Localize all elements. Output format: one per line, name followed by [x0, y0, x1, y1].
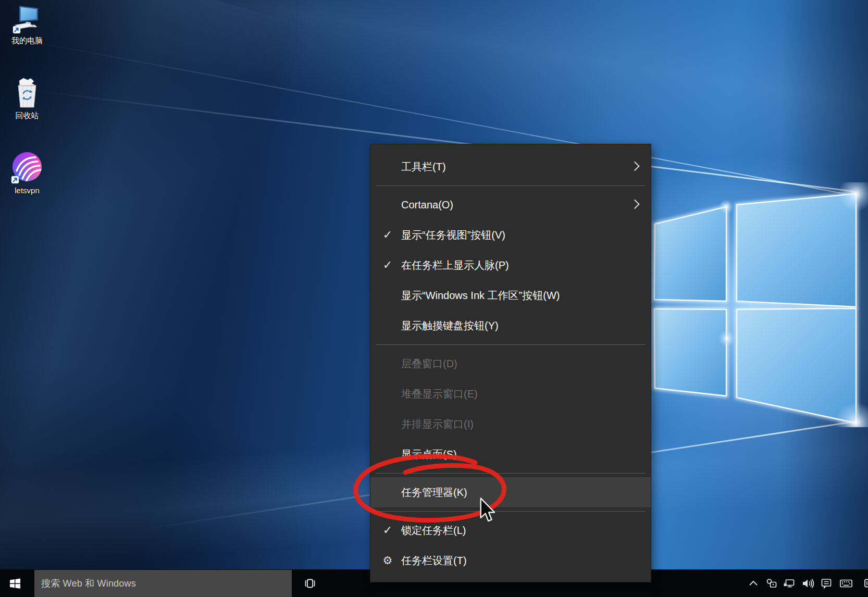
network-icon [783, 577, 796, 590]
menu-item-cascade-windows[interactable]: 层叠窗口(D) [370, 349, 651, 379]
menu-separator [376, 185, 646, 186]
start-button[interactable] [0, 569, 30, 597]
menu-item-label: 显示“任务视图”按钮(V) [401, 228, 505, 242]
touch-keyboard-icon [839, 577, 853, 590]
clipped-tray-icon [861, 577, 868, 590]
menu-item-label: Cortana(O) [401, 199, 453, 211]
menu-item-taskbar-settings[interactable]: ⚙ 任务栏设置(T) [370, 545, 651, 576]
chevron-up-icon [747, 577, 760, 590]
desktop-icon-recycle-bin[interactable]: 回收站 [1, 77, 53, 121]
desktop-icon-my-computer[interactable]: 我的电脑 [1, 4, 53, 46]
network-tray-button[interactable] [780, 569, 798, 597]
gear-icon: ⚙ [378, 554, 398, 567]
menu-item-show-task-view-button[interactable]: ✓ 显示“任务视图”按钮(V) [370, 220, 651, 250]
recycle-bin-icon [13, 77, 41, 109]
action-center-button[interactable] [817, 569, 835, 597]
desktop-icon-label: 我的电脑 [1, 36, 53, 46]
menu-item-label: 堆叠显示窗口(E) [401, 387, 478, 401]
desktop-icon-label: letsvpn [1, 186, 53, 195]
menu-item-cortana[interactable]: Cortana(O) [370, 190, 651, 220]
menu-item-label: 工具栏(T) [401, 160, 446, 174]
windows-logo-icon [9, 578, 21, 589]
checkmark-icon: ✓ [378, 228, 398, 242]
menu-item-label: 显示“Windows Ink 工作区”按钮(W) [401, 289, 560, 303]
touch-keyboard-button[interactable] [837, 569, 855, 597]
chevron-right-icon [630, 200, 639, 209]
menu-separator [376, 344, 646, 345]
checkmark-icon: ✓ [378, 258, 398, 272]
windows-desktop: 我的电脑 回收站 [0, 0, 868, 597]
show-hidden-icons-button[interactable] [745, 569, 762, 597]
menu-item-show-windows-side-by-side[interactable]: 并排显示窗口(I) [370, 409, 651, 439]
vpn-lock-icon [765, 577, 778, 590]
menu-item-show-touch-keyboard[interactable]: 显示触摸键盘按钮(Y) [370, 310, 651, 341]
menu-separator [376, 511, 646, 512]
menu-item-label: 并排显示窗口(I) [401, 417, 474, 431]
menu-item-lock-taskbar[interactable]: ✓ 锁定任务栏(L) [370, 515, 651, 545]
menu-item-label: 显示触摸键盘按钮(Y) [401, 319, 499, 333]
menu-item-label: 显示桌面(S) [401, 447, 457, 462]
letsvpn-icon [10, 151, 44, 184]
menu-item-show-people-on-taskbar[interactable]: ✓ 在任务栏上显示人脉(P) [370, 250, 651, 280]
menu-item-toolbars[interactable]: 工具栏(T) [370, 152, 651, 182]
my-computer-icon [12, 4, 42, 34]
windows-hero-logo [646, 182, 868, 427]
menu-item-label: 在任务栏上显示人脉(P) [401, 258, 509, 272]
speaker-icon [801, 577, 814, 590]
menu-item-task-manager[interactable]: 任务管理器(K) [370, 477, 651, 507]
checkmark-icon: ✓ [378, 524, 398, 537]
desktop-icon-label: 回收站 [1, 111, 53, 121]
menu-item-label: 任务管理器(K) [401, 486, 467, 500]
volume-tray-button[interactable] [799, 569, 816, 597]
taskbar-context-menu: 工具栏(T) Cortana(O) ✓ 显示“任务视图”按钮(V) ✓ 在任务栏… [370, 144, 651, 582]
taskbar-search-box[interactable]: 搜索 Web 和 Windows [34, 570, 292, 597]
search-placeholder-text: 搜索 Web 和 Windows [41, 577, 136, 590]
menu-item-show-desktop[interactable]: 显示桌面(S) [370, 439, 651, 469]
action-center-icon [820, 577, 833, 590]
menu-item-show-windows-stacked[interactable]: 堆叠显示窗口(E) [370, 379, 651, 409]
desktop-icon-letsvpn[interactable]: letsvpn [1, 151, 53, 195]
task-view-button[interactable] [297, 569, 323, 597]
task-view-icon [303, 577, 317, 590]
menu-item-label: 层叠窗口(D) [401, 357, 457, 371]
menu-item-show-windows-ink-workspace[interactable]: 显示“Windows Ink 工作区”按钮(W) [370, 280, 651, 310]
clipped-edge-tray-button[interactable] [860, 569, 868, 597]
chevron-right-icon [630, 161, 639, 171]
menu-separator [376, 473, 646, 474]
menu-item-label: 锁定任务栏(L) [401, 524, 466, 538]
menu-item-label: 任务栏设置(T) [401, 554, 467, 568]
vpn-tray-icon-button[interactable] [763, 569, 780, 597]
